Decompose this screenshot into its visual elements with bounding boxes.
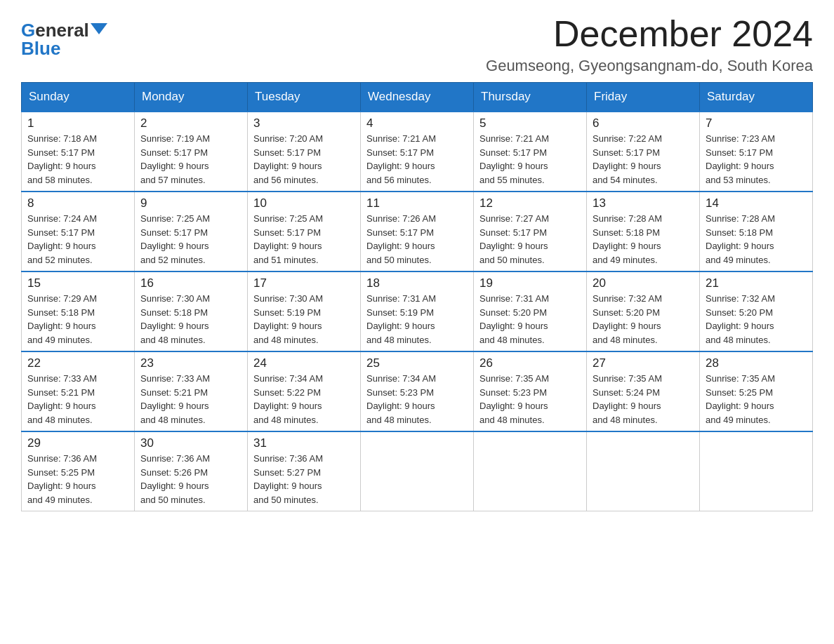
header-thursday: Thursday (474, 83, 587, 112)
day-info: Sunrise: 7:27 AM Sunset: 5:17 PM Dayligh… (479, 212, 581, 267)
sunrise-label: Sunrise: 7:32 AM (593, 293, 662, 304)
sunset-label: Sunset: 5:23 PM (479, 387, 547, 398)
daylight-continued: and 52 minutes. (140, 255, 206, 265)
calendar-cell: 4 Sunrise: 7:21 AM Sunset: 5:17 PM Dayli… (361, 112, 474, 192)
daylight-continued: and 48 minutes. (593, 415, 658, 425)
logo-blue: Blue (21, 39, 60, 58)
day-info: Sunrise: 7:35 AM Sunset: 5:25 PM Dayligh… (706, 372, 807, 427)
day-info: Sunrise: 7:30 AM Sunset: 5:18 PM Dayligh… (140, 292, 241, 347)
sunrise-label: Sunrise: 7:26 AM (366, 213, 436, 224)
daylight-label: Daylight: 9 hours (366, 161, 435, 171)
sunrise-label: Sunrise: 7:36 AM (140, 453, 210, 464)
day-number: 8 (27, 196, 128, 210)
sunset-label: Sunset: 5:17 PM (366, 147, 434, 158)
daylight-continued: and 56 minutes. (253, 175, 319, 185)
sunrise-label: Sunrise: 7:23 AM (706, 133, 775, 144)
week-row-1: 1 Sunrise: 7:18 AM Sunset: 5:17 PM Dayli… (22, 112, 813, 192)
day-number: 12 (479, 196, 581, 210)
daylight-continued: and 48 minutes. (593, 335, 658, 345)
sunset-label: Sunset: 5:17 PM (706, 147, 773, 158)
day-info: Sunrise: 7:26 AM Sunset: 5:17 PM Dayligh… (366, 212, 468, 267)
sunrise-label: Sunrise: 7:25 AM (253, 213, 323, 224)
sunset-label: Sunset: 5:20 PM (706, 307, 773, 318)
sunrise-label: Sunrise: 7:25 AM (140, 213, 210, 224)
header-row: SundayMondayTuesdayWednesdayThursdayFrid… (22, 83, 813, 112)
day-number: 7 (706, 116, 807, 130)
sunrise-label: Sunrise: 7:35 AM (706, 373, 775, 384)
daylight-label: Daylight: 9 hours (27, 241, 96, 251)
day-info: Sunrise: 7:33 AM Sunset: 5:21 PM Dayligh… (27, 372, 128, 427)
daylight-continued: and 55 minutes. (479, 175, 545, 185)
daylight-label: Daylight: 9 hours (27, 401, 96, 411)
daylight-label: Daylight: 9 hours (706, 161, 774, 171)
sunrise-label: Sunrise: 7:19 AM (140, 133, 210, 144)
daylight-continued: and 50 minutes. (479, 255, 545, 265)
day-info: Sunrise: 7:21 AM Sunset: 5:17 PM Dayligh… (479, 132, 581, 187)
sunrise-label: Sunrise: 7:36 AM (253, 453, 323, 464)
sunset-label: Sunset: 5:25 PM (706, 387, 773, 398)
daylight-label: Daylight: 9 hours (140, 321, 209, 331)
calendar-cell: 21 Sunrise: 7:32 AM Sunset: 5:20 PM Dayl… (700, 271, 813, 351)
sunrise-label: Sunrise: 7:27 AM (479, 213, 549, 224)
calendar-cell: 1 Sunrise: 7:18 AM Sunset: 5:17 PM Dayli… (22, 112, 135, 192)
daylight-label: Daylight: 9 hours (593, 241, 661, 251)
sunset-label: Sunset: 5:26 PM (140, 467, 208, 478)
day-info: Sunrise: 7:23 AM Sunset: 5:17 PM Dayligh… (706, 132, 807, 187)
calendar-cell: 30 Sunrise: 7:36 AM Sunset: 5:26 PM Dayl… (135, 431, 248, 511)
daylight-continued: and 49 minutes. (706, 255, 771, 265)
day-number: 17 (253, 276, 355, 290)
day-number: 3 (253, 116, 355, 130)
logo-general: General (21, 21, 107, 39)
daylight-continued: and 48 minutes. (366, 335, 432, 345)
calendar-cell (587, 431, 700, 511)
daylight-continued: and 48 minutes. (253, 335, 319, 345)
header-sunday: Sunday (22, 83, 135, 112)
calendar-cell: 14 Sunrise: 7:28 AM Sunset: 5:18 PM Dayl… (700, 192, 813, 271)
sunrise-label: Sunrise: 7:29 AM (27, 293, 97, 304)
daylight-continued: and 50 minutes. (253, 495, 319, 505)
day-number: 28 (706, 356, 807, 370)
sunrise-label: Sunrise: 7:30 AM (253, 293, 323, 304)
day-number: 22 (27, 356, 128, 370)
calendar-cell: 7 Sunrise: 7:23 AM Sunset: 5:17 PM Dayli… (700, 112, 813, 192)
sunset-label: Sunset: 5:21 PM (27, 387, 95, 398)
sunset-label: Sunset: 5:17 PM (27, 227, 95, 238)
day-info: Sunrise: 7:36 AM Sunset: 5:25 PM Dayligh… (27, 452, 128, 507)
calendar-cell: 24 Sunrise: 7:34 AM Sunset: 5:22 PM Dayl… (248, 351, 361, 431)
sunrise-label: Sunrise: 7:32 AM (706, 293, 775, 304)
daylight-label: Daylight: 9 hours (479, 401, 548, 411)
daylight-label: Daylight: 9 hours (593, 161, 661, 171)
sunrise-label: Sunrise: 7:21 AM (366, 133, 436, 144)
week-row-2: 8 Sunrise: 7:24 AM Sunset: 5:17 PM Dayli… (22, 192, 813, 271)
calendar-cell: 18 Sunrise: 7:31 AM Sunset: 5:19 PM Dayl… (361, 271, 474, 351)
sunset-label: Sunset: 5:18 PM (27, 307, 95, 318)
sunrise-label: Sunrise: 7:21 AM (479, 133, 549, 144)
day-info: Sunrise: 7:36 AM Sunset: 5:27 PM Dayligh… (253, 452, 355, 507)
daylight-continued: and 57 minutes. (140, 175, 206, 185)
sunrise-label: Sunrise: 7:28 AM (706, 213, 775, 224)
sunset-label: Sunset: 5:17 PM (593, 147, 660, 158)
sunrise-label: Sunrise: 7:33 AM (27, 373, 97, 384)
calendar-cell: 8 Sunrise: 7:24 AM Sunset: 5:17 PM Dayli… (22, 192, 135, 271)
day-number: 20 (593, 276, 694, 290)
sunrise-label: Sunrise: 7:31 AM (366, 293, 436, 304)
day-number: 19 (479, 276, 581, 290)
day-info: Sunrise: 7:25 AM Sunset: 5:17 PM Dayligh… (253, 212, 355, 267)
daylight-label: Daylight: 9 hours (366, 241, 435, 251)
sunset-label: Sunset: 5:19 PM (366, 307, 434, 318)
calendar-cell: 9 Sunrise: 7:25 AM Sunset: 5:17 PM Dayli… (135, 192, 248, 271)
day-info: Sunrise: 7:34 AM Sunset: 5:22 PM Dayligh… (253, 372, 355, 427)
day-info: Sunrise: 7:30 AM Sunset: 5:19 PM Dayligh… (253, 292, 355, 347)
daylight-label: Daylight: 9 hours (27, 161, 96, 171)
daylight-label: Daylight: 9 hours (27, 321, 96, 331)
day-info: Sunrise: 7:18 AM Sunset: 5:17 PM Dayligh… (27, 132, 128, 187)
day-info: Sunrise: 7:32 AM Sunset: 5:20 PM Dayligh… (593, 292, 694, 347)
daylight-continued: and 49 minutes. (706, 415, 771, 425)
calendar-cell: 12 Sunrise: 7:27 AM Sunset: 5:17 PM Dayl… (474, 192, 587, 271)
daylight-continued: and 58 minutes. (27, 175, 93, 185)
daylight-continued: and 48 minutes. (253, 415, 319, 425)
day-info: Sunrise: 7:20 AM Sunset: 5:17 PM Dayligh… (253, 132, 355, 187)
title-block: December 2024 Geumseong, Gyeongsangnam-d… (486, 14, 813, 75)
day-info: Sunrise: 7:22 AM Sunset: 5:17 PM Dayligh… (593, 132, 694, 187)
day-number: 6 (593, 116, 694, 130)
